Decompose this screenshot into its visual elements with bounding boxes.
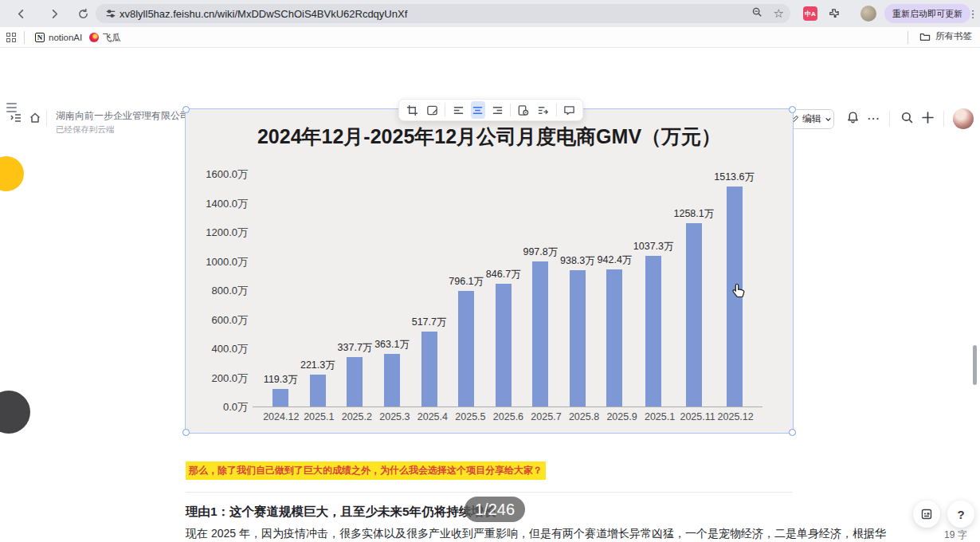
resize-handle-bottom-right[interactable] xyxy=(789,429,796,436)
site-info-icon[interactable] xyxy=(105,8,116,22)
bar xyxy=(421,332,437,407)
highlighted-question[interactable]: 那么，除了我们自己做到了巨大的成绩之外，为什么我会选择这个项目分享给大家？ xyxy=(186,461,546,480)
x-tick-label: 2024.12 xyxy=(262,411,300,422)
bar-value-label: 1258.1万 xyxy=(674,207,715,221)
x-tick-label: 2025.12 xyxy=(716,411,755,422)
word-count: 19 字 xyxy=(944,528,967,542)
x-tick-label: 2025.2 xyxy=(338,411,376,422)
browser-profile-avatar[interactable] xyxy=(860,6,876,22)
x-tick-label: 2025.11 xyxy=(679,411,717,422)
more-actions-icon[interactable]: ⋯ xyxy=(867,111,880,126)
bar xyxy=(606,269,622,406)
bar xyxy=(347,357,363,406)
bookmark-notionai[interactable]: N notionAI xyxy=(35,30,82,45)
bar xyxy=(458,291,474,406)
doc-outline-toggle-icon[interactable] xyxy=(6,103,19,114)
create-new-icon[interactable] xyxy=(921,111,935,124)
divider xyxy=(907,31,908,44)
notifications-bell-icon[interactable] xyxy=(846,111,860,124)
bar xyxy=(645,256,661,406)
help-icon: ? xyxy=(957,508,964,521)
catalog-button[interactable] xyxy=(913,501,940,528)
divider xyxy=(24,31,25,44)
forward-icon[interactable] xyxy=(45,4,64,23)
x-tick-label: 2025.9 xyxy=(603,411,641,422)
x-tick-label: 2025.6 xyxy=(489,411,527,422)
feigua-icon xyxy=(89,33,99,42)
convert-to-file-icon[interactable] xyxy=(536,101,551,119)
y-tick-label: 1200.0万 xyxy=(186,226,248,240)
folder-icon xyxy=(919,32,931,41)
all-bookmarks-label: 所有书签 xyxy=(935,30,972,42)
chevron-down-icon xyxy=(825,116,832,123)
y-tick-label: 1600.0万 xyxy=(186,167,248,182)
crop-icon[interactable] xyxy=(406,101,420,119)
comment-icon[interactable] xyxy=(562,101,576,119)
help-button[interactable]: ? xyxy=(947,501,974,528)
back-icon[interactable] xyxy=(11,4,30,23)
notion-icon: N xyxy=(35,33,45,42)
floating-dark-bubble[interactable] xyxy=(0,391,30,434)
screen: xv8lyll5haz.feishu.cn/wiki/MxDDwSChOiS4B… xyxy=(0,0,980,542)
body-text[interactable]: 现在 2025 年，因为疫情冲击，很多实体以及很多产业收到严重影响，但是有两个赛… xyxy=(186,527,799,541)
divider xyxy=(186,492,793,493)
bookmark-star-icon[interactable]: ☆ xyxy=(774,6,784,21)
chart-image[interactable]: 2024年12月-2025年12月公司月度电商GMV（万元） 119.3万221… xyxy=(186,109,793,433)
x-tick-label: 2025.4 xyxy=(414,411,452,422)
bar-value-label: 997.8万 xyxy=(523,245,558,259)
bar-slot: 938.3万 xyxy=(559,159,597,406)
bar xyxy=(496,284,512,407)
bookmark-feigua[interactable]: 飞瓜 xyxy=(89,30,121,45)
bar-slot: 337.7万 xyxy=(336,159,374,406)
align-center-icon[interactable] xyxy=(471,101,485,119)
bookmark-label: 飞瓜 xyxy=(103,32,121,44)
divider xyxy=(46,111,47,127)
bar-slot: 1037.3万 xyxy=(633,159,674,406)
resize-handle-top-left[interactable] xyxy=(182,106,190,113)
caption-icon[interactable] xyxy=(425,101,440,119)
align-left-icon[interactable] xyxy=(451,101,465,119)
apps-grid-icon[interactable] xyxy=(6,33,16,42)
y-tick-label: 400.0万 xyxy=(186,342,248,356)
align-right-icon[interactable] xyxy=(491,101,505,119)
floating-yellow-bubble[interactable] xyxy=(0,156,24,191)
y-tick-label: 0.0万 xyxy=(186,400,248,414)
x-tick-label: 2025.1 xyxy=(641,411,679,422)
all-bookmarks-button[interactable]: 所有书签 xyxy=(919,30,972,42)
reload-icon[interactable] xyxy=(73,4,92,23)
search-icon[interactable] xyxy=(900,111,914,124)
x-tick-label: 2025.1 xyxy=(300,411,339,422)
url-text: xv8lyll5haz.feishu.cn/wiki/MxDDwSChOiS4B… xyxy=(120,8,407,20)
divider xyxy=(943,111,944,127)
browser-menu-icon[interactable]: ⋮ xyxy=(967,4,978,23)
chrome-update-button[interactable]: 重新启动即可更新 xyxy=(884,4,970,23)
save-status: 已经保存到云端 xyxy=(56,124,115,136)
breadcrumb-item[interactable]: 湖南向前一步企业管理有限公司 xyxy=(56,109,190,123)
bar-slot: 119.3万 xyxy=(262,159,300,406)
feishu-header: 湖南向前一步企业管理有限公司 › 龙渊 › 2026千亿商机分享会 外部 已经保… xyxy=(0,48,980,93)
reason-heading[interactable]: 理由1：这个赛道规模巨大，且至少未来5年仍将持续增长 xyxy=(186,504,496,520)
resize-handle-bottom-left[interactable] xyxy=(182,429,190,436)
resize-handle-top-right[interactable] xyxy=(789,106,796,113)
bar-slot: 1258.1万 xyxy=(674,159,715,406)
copy-link-icon[interactable] xyxy=(516,101,531,119)
bar xyxy=(384,354,400,406)
bar xyxy=(272,389,288,406)
edit-label: 编辑 xyxy=(802,112,821,126)
bar-value-label: 938.3万 xyxy=(560,254,595,268)
home-icon[interactable] xyxy=(29,112,41,124)
bar-slot: 997.8万 xyxy=(522,159,559,406)
x-tick-label: 2025.7 xyxy=(527,411,566,422)
extensions-puzzle-icon[interactable] xyxy=(824,4,843,23)
user-avatar[interactable] xyxy=(953,108,974,129)
bar-slot: 363.1万 xyxy=(374,159,411,406)
translate-extension-icon[interactable]: 中A xyxy=(803,6,817,21)
y-tick-label: 200.0万 xyxy=(186,371,248,386)
bar-slot: 517.7万 xyxy=(410,159,448,406)
bar xyxy=(570,270,586,406)
zoom-icon[interactable] xyxy=(751,6,762,21)
bar-value-label: 1037.3万 xyxy=(633,240,674,253)
scrollbar-thumb[interactable] xyxy=(973,345,977,385)
url-bar[interactable]: xv8lyll5haz.feishu.cn/wiki/MxDDwSChOiS4B… xyxy=(96,4,790,23)
y-tick-label: 800.0万 xyxy=(186,284,248,298)
